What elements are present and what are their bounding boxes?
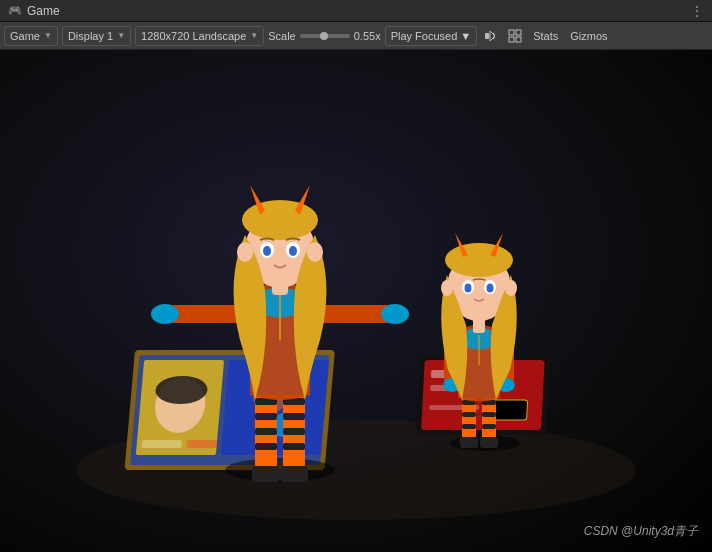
svg-rect-21 [492,400,528,420]
scale-thumb [320,32,328,40]
display-dropdown[interactable]: Display 1 ▼ [62,26,131,46]
toolbar: Game ▼ Display 1 ▼ 1280x720 Landscape ▼ … [0,22,712,50]
svg-rect-31 [283,413,305,420]
watermark: CSDN @Unity3d青子 [584,523,698,540]
svg-rect-60 [480,437,498,448]
svg-rect-53 [462,412,476,417]
svg-point-72 [487,284,494,293]
svg-rect-13 [186,440,217,448]
svg-rect-32 [283,428,305,435]
gizmos-button[interactable]: Gizmos [566,28,611,44]
svg-rect-58 [482,412,496,417]
svg-rect-2 [516,30,521,35]
svg-point-42 [242,200,318,240]
svg-rect-0 [485,33,489,39]
grid-icon[interactable] [505,26,525,46]
svg-rect-33 [283,443,305,450]
svg-point-37 [151,304,179,324]
svg-rect-54 [462,424,476,429]
audio-icon[interactable] [481,26,501,46]
svg-point-45 [263,246,271,256]
svg-point-47 [237,242,253,262]
scale-slider[interactable] [300,34,350,38]
scene-svg [0,50,712,552]
game-viewport[interactable]: CSDN @Unity3d青子 [0,50,712,552]
svg-point-74 [505,280,517,296]
game-dropdown-arrow: ▼ [44,31,52,40]
svg-rect-26 [255,428,277,435]
resolution-dropdown-arrow: ▼ [250,31,258,40]
play-focused-dropdown[interactable]: Play Focused ▼ [385,26,478,46]
svg-rect-3 [509,37,514,42]
svg-point-68 [445,243,513,277]
svg-rect-27 [255,443,277,450]
more-menu-icon[interactable]: ⋮ [690,3,704,19]
svg-rect-28 [252,466,280,482]
resolution-dropdown[interactable]: 1280x720 Landscape ▼ [135,26,264,46]
svg-rect-55 [460,437,478,448]
svg-rect-25 [255,413,277,420]
play-focused-label: Play Focused [391,30,458,42]
svg-rect-59 [482,424,496,429]
svg-rect-12 [141,440,182,448]
svg-point-71 [465,284,472,293]
play-focused-arrow: ▼ [460,30,471,42]
game-label: Game [10,30,40,42]
svg-rect-1 [509,30,514,35]
scale-control: Scale 0.55x [268,30,380,42]
svg-point-39 [381,304,409,324]
watermark-text: CSDN @Unity3d青子 [584,524,698,538]
title-bar: 🎮 Game ⋮ [0,0,712,22]
resolution-label: 1280x720 Landscape [141,30,246,42]
svg-point-73 [441,280,453,296]
svg-rect-4 [516,37,521,42]
svg-point-46 [289,246,297,256]
svg-rect-34 [280,466,308,482]
game-icon: 🎮 [8,4,22,17]
title-bar-label: Game [27,4,60,18]
svg-point-48 [307,242,323,262]
display-dropdown-arrow: ▼ [117,31,125,40]
scale-value: 0.55x [354,30,381,42]
game-dropdown[interactable]: Game ▼ [4,26,58,46]
scale-label: Scale [268,30,296,42]
stats-button[interactable]: Stats [529,28,562,44]
display-label: Display 1 [68,30,113,42]
